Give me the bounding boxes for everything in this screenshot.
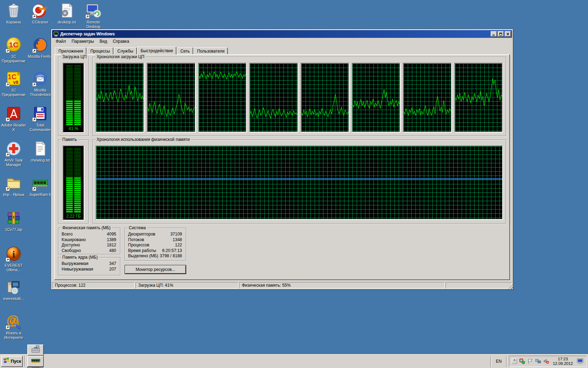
- system-value: 1348: [173, 237, 182, 243]
- resource-monitor-button[interactable]: Монитор ресурсов...: [125, 265, 186, 274]
- desktop-icon-label: SuperRam 6: [27, 192, 54, 197]
- tray-volume-muted-icon[interactable]: [543, 358, 549, 364]
- memory-history-group: Хронология использования физической памя…: [92, 139, 506, 224]
- language-indicator[interactable]: EN: [493, 359, 505, 364]
- menu-item-view[interactable]: Вид: [97, 38, 110, 45]
- tab-processes[interactable]: Процессы: [87, 47, 113, 54]
- tray-anvir-tray-icon[interactable]: [519, 358, 525, 364]
- shortcut-arrow-icon: [32, 14, 36, 19]
- tray-network-icon[interactable]: [535, 358, 541, 364]
- desktop-icon-ccleaner[interactable]: CCleaner: [27, 2, 54, 25]
- status-empty: [446, 282, 512, 288]
- taskbar-separator: [24, 356, 26, 367]
- system-group-title: Система: [127, 225, 147, 230]
- desktop-icon-desktop-ini[interactable]: desktop.ini: [53, 2, 80, 25]
- physical-memory-label: Всего: [62, 232, 72, 237]
- tab-network[interactable]: Сеть: [177, 47, 193, 54]
- desktop-icon-everest-ultimate[interactable]: iEVEREST Ultima...: [0, 245, 27, 272]
- system-row: Выделено (МБ)3798 / 8188: [126, 253, 185, 259]
- menu-item-help[interactable]: Справка: [110, 38, 132, 45]
- cpu-usage-leds: [66, 65, 81, 125]
- ram-icon: [31, 356, 41, 367]
- desktop-icon-total-commander[interactable]: Total Commander: [27, 105, 54, 132]
- desktop-icon-1cv77-zip[interactable]: 1Cv77.zip: [0, 210, 27, 232]
- shortcut-arrow-icon: [32, 49, 36, 53]
- svg-text:1С: 1С: [9, 41, 19, 49]
- desktop-icon-remote-desktop[interactable]: Remote Desktop: [80, 2, 107, 29]
- cpu-history-graph-2: [147, 63, 195, 132]
- desktop-icon-label: Mozilla Firefox: [27, 54, 54, 59]
- start-button[interactable]: Пуск: [1, 356, 23, 367]
- tab-performance[interactable]: Быстродействие: [137, 47, 177, 55]
- system-label: Дескрипторов: [128, 232, 155, 237]
- shortcut-arrow-icon: [6, 82, 10, 87]
- desktop-icon-search-internet[interactable]: @Искать в Интернете: [0, 313, 27, 340]
- shortcut-arrow-icon: [6, 117, 10, 122]
- tray-collapse-chevron-icon[interactable]: ^: [512, 359, 517, 364]
- toolbox-icon: [31, 345, 41, 355]
- taskbar-button-task-manager[interactable]: [27, 367, 44, 368]
- physical-memory-value: 1389: [107, 237, 116, 243]
- system-label: Потоков: [128, 237, 144, 243]
- title-bar[interactable]: Диспетчер задач Windows: [52, 30, 512, 38]
- rar-icon: [5, 223, 22, 227]
- kernel-memory-value: 207: [109, 267, 116, 272]
- show-desktop-icon[interactable]: [576, 358, 584, 365]
- desktop-icon-label: AnVir Task Manager: [0, 158, 27, 167]
- desktop-icon-label: Корзина: [0, 20, 27, 25]
- physical-memory-row: Всего4095: [59, 232, 119, 237]
- shortcut-arrow-icon: [6, 187, 10, 191]
- performance-page: Загрузка ЦП 41 % Хронология загрузки ЦП …: [54, 54, 510, 280]
- desktop-icon-everestulti-setup[interactable]: everestulti...: [0, 279, 27, 301]
- tab-services[interactable]: Службы: [114, 47, 136, 54]
- desktop-icon-mozilla-firefox[interactable]: Mozilla Firefox: [27, 36, 54, 59]
- desktop-icon-label: Remote Desktop: [80, 20, 107, 29]
- task-manager-icon: [53, 31, 59, 37]
- desktop-icon-1c-predpriyatie[interactable]: 1С1С Предприятие: [0, 36, 27, 63]
- tab-applications[interactable]: Приложения: [55, 47, 86, 54]
- menu-item-file[interactable]: Файл: [53, 38, 69, 45]
- physical-memory-value: 4095: [107, 232, 116, 237]
- cpu-usage-value: 41 %: [63, 126, 84, 132]
- taskbar-clock[interactable]: 17:23 12.09.2012: [551, 357, 574, 366]
- tab-users[interactable]: Пользователи: [194, 47, 228, 54]
- desktop-icon-adobe-reader-x[interactable]: Adobe Reader X: [0, 105, 27, 132]
- maximize-button[interactable]: [498, 31, 504, 37]
- desktop-icon-recycle-bin[interactable]: Корзина: [0, 2, 27, 25]
- physical-memory-label: Доступно: [62, 243, 80, 248]
- desktop-icon-label: Total Commander: [27, 123, 54, 132]
- kernel-memory-value: 347: [109, 261, 116, 267]
- start-button-label: Пуск: [11, 359, 21, 364]
- close-button[interactable]: [505, 31, 511, 37]
- desktop-icon-label: Mozilla Thunderbird: [27, 88, 54, 97]
- taskbar-button-anvir-toolbox[interactable]: [27, 345, 44, 356]
- cpu-history-graph-5: [301, 63, 349, 132]
- desktop-icon-superram-6[interactable]: SuperRam 6: [27, 175, 54, 197]
- desktop-icon-label: everestulti...: [0, 297, 27, 301]
- system-value: 37109: [170, 232, 182, 237]
- desktop-icon-chewlog-txt[interactable]: chewlog.txt: [27, 140, 54, 163]
- physical-memory-value: 1812: [107, 243, 116, 248]
- cpu-usage-group-title: Загрузка ЦП: [61, 54, 88, 59]
- tab-control: ПриложенияПроцессыСлужбыБыстродействиеСе…: [54, 46, 510, 280]
- ini-icon: [58, 15, 75, 20]
- shortcut-arrow-icon: [85, 14, 90, 19]
- menu-item-options[interactable]: Параметры: [69, 38, 97, 45]
- system-row: Потоков1348: [126, 237, 185, 243]
- minimize-button[interactable]: [491, 31, 497, 37]
- desktop-icon-1c-predpriyatie-v8[interactable]: 1Сv8®1С Предприятие: [0, 70, 27, 97]
- desktop-icon-mozilla-thunderbird[interactable]: Mozilla Thunderbird: [27, 70, 54, 97]
- cpu-history-group: Хронология загрузки ЦП: [92, 57, 506, 136]
- memory-gauge-value: 2,22 ГБ: [63, 214, 84, 220]
- trash-icon: [5, 15, 22, 20]
- taskbar-separator: [490, 356, 491, 367]
- window-title: Диспетчер задач Windows: [60, 32, 490, 36]
- physical-memory-group-title: Физическая память (МБ): [61, 225, 112, 230]
- tray-flag-icon[interactable]: [527, 358, 533, 364]
- physical-memory-row: Свободно480: [59, 248, 119, 254]
- memory-leds: [66, 148, 81, 213]
- desktop-icon-anvir-task-manager[interactable]: AnVir Task Manager: [0, 140, 27, 167]
- txt-icon: [32, 153, 49, 158]
- desktop-icon-tmp-shortcut[interactable]: tmp - Ярлык: [0, 175, 27, 197]
- taskbar-button-superram[interactable]: [27, 356, 44, 367]
